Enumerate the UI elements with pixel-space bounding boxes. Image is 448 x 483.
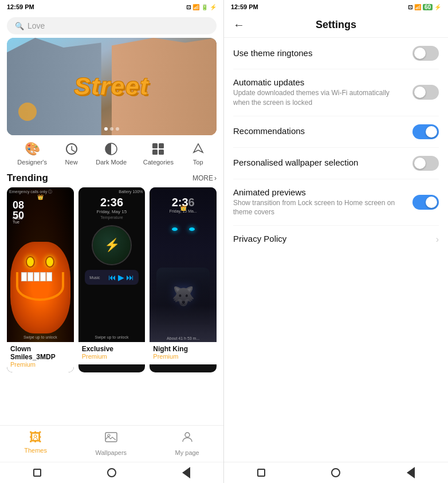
nav-label-top: Top (193, 159, 203, 166)
setting-desc-4: Show transition from Lock screen to Home… (233, 198, 406, 218)
nav-wallpapers-label: Wallpapers (95, 449, 127, 456)
nav-mypage[interactable]: My page (175, 430, 199, 456)
nightking-card-image: 👑 2:36 Friday, 15 Ma... 🐺 About 41 h 53 … (150, 187, 217, 342)
exclusive-theme-badge: Premium (82, 353, 142, 360)
exclusive-theme-name: Exclusive (82, 345, 142, 353)
toggle-theme-ringtones[interactable] (412, 46, 439, 61)
theme-card-nightking[interactable]: 👑 2:36 Friday, 15 Ma... 🐺 About 41 h 53 … (150, 187, 217, 372)
settings-item-animated-previews: Animated previews Show transition from L… (233, 179, 439, 226)
time-left: 12:59 PM (7, 3, 34, 10)
settings-item-automatic-updates: Automatic updates Update downloaded them… (233, 69, 439, 116)
trending-header: Trending MORE › (0, 168, 223, 187)
svg-point-6 (108, 434, 110, 437)
svg-rect-1 (152, 143, 158, 148)
setting-title-3: Personalised wallpaper selection (233, 158, 406, 167)
settings-item-privacy-policy[interactable]: Privacy Policy › (233, 226, 439, 250)
toggle-automatic-updates[interactable] (412, 85, 439, 100)
darkmode-icon (103, 141, 119, 157)
categories-icon (150, 141, 166, 157)
settings-item-personalised-wallpaper: Personalised wallpaper selection (233, 148, 439, 179)
nav-themes[interactable]: 🖼 Themes (24, 430, 47, 456)
setting-title-2: Recommendations (233, 126, 406, 136)
nav-label-categories: Categories (143, 159, 174, 166)
top-icon (190, 141, 206, 157)
nightking-theme-badge: Premium (153, 353, 213, 360)
setting-title-5: Privacy Policy (233, 234, 429, 244)
svg-rect-5 (105, 433, 117, 442)
nav-item-top[interactable]: Top (190, 141, 206, 166)
setting-title-1: Automatic updates (233, 77, 406, 87)
setting-title-4: Animated previews (233, 187, 406, 197)
nav-wallpapers[interactable]: Wallpapers (95, 430, 127, 456)
nav-label-darkmode: Dark Mode (96, 159, 127, 166)
hero-text: Street (74, 73, 149, 100)
back-button-left[interactable] (179, 466, 193, 480)
nightking-theme-name: Night King (153, 345, 213, 353)
search-icon: 🔍 (15, 22, 24, 30)
bottom-nav: 🖼 Themes Wallpapers My page (0, 425, 223, 462)
settings-title: Settings (254, 19, 418, 31)
nav-item-new[interactable]: New (64, 141, 80, 166)
svg-rect-3 (152, 150, 158, 155)
back-button-right[interactable] (404, 466, 418, 480)
clown-theme-name: Clown Smiles_3MDP (10, 345, 70, 361)
designers-icon: 🎨 (24, 141, 40, 157)
time-right: 12:59 PM (231, 3, 258, 10)
settings-item-theme-ringtones: Use theme ringtones (233, 38, 439, 69)
chevron-right-icon: › (436, 234, 439, 245)
clown-theme-badge: Premium (10, 361, 70, 368)
category-nav: 🎨 Designer's New Dark Mode Categories (0, 135, 223, 168)
themes-icon: 🖼 (29, 430, 42, 445)
nav-themes-label: Themes (24, 447, 47, 454)
status-icons-right: ⊡ 📶 60 ⚡ (408, 4, 441, 10)
nav-mypage-label: My page (175, 449, 199, 456)
status-icons-left: ⊡ 📶 🔋 ⚡ (186, 4, 217, 10)
hero-banner[interactable]: Street (7, 38, 217, 135)
status-bar-right: 12:59 PM ⊡ 📶 60 ⚡ (224, 0, 448, 14)
square-button-left[interactable] (30, 466, 44, 480)
theme-card-exclusive[interactable]: Battery 100% 2:36 Friday, May 15 Tempera… (78, 187, 146, 372)
status-bar-left: 12:59 PM ⊡ 📶 🔋 ⚡ (0, 0, 223, 14)
hero-circle (18, 103, 37, 121)
system-bar-right (224, 462, 448, 483)
theme-card-clown[interactable]: Emergency calls only ⓘ 👑 0850 05/26Tue (7, 187, 74, 372)
search-bar[interactable]: 🔍 Love (7, 17, 217, 34)
system-bar-left (0, 462, 223, 483)
right-panel: 12:59 PM ⊡ 📶 60 ⚡ ← Settings Use theme r… (224, 0, 448, 483)
exclusive-card-image: Battery 100% 2:36 Friday, May 15 Tempera… (78, 187, 146, 342)
new-icon (64, 141, 80, 157)
more-link[interactable]: MORE › (192, 174, 217, 182)
nav-item-darkmode[interactable]: Dark Mode (96, 141, 127, 166)
trending-grid: Emergency calls only ⓘ 👑 0850 05/26Tue (0, 187, 223, 372)
left-panel: 12:59 PM ⊡ 📶 🔋 ⚡ 🔍 Love Street 🎨 Designe… (0, 0, 224, 483)
nav-label-new: New (65, 159, 78, 166)
home-button-right[interactable] (329, 466, 343, 480)
home-button-left[interactable] (105, 466, 119, 480)
svg-rect-4 (159, 150, 164, 155)
search-placeholder: Love (27, 21, 45, 30)
toggle-animated-previews[interactable] (412, 195, 439, 210)
settings-header: ← Settings (224, 14, 448, 38)
back-button[interactable]: ← (233, 18, 245, 32)
toggle-recommendations[interactable] (412, 124, 439, 139)
setting-title-0: Use theme ringtones (233, 48, 406, 58)
nav-item-designers[interactable]: 🎨 Designer's (17, 141, 47, 166)
hero-dots (104, 127, 119, 131)
right-bottom-bar (224, 462, 448, 483)
square-button-right[interactable] (254, 466, 268, 480)
toggle-personalised-wallpaper[interactable] (412, 156, 439, 171)
mypage-icon (180, 430, 194, 447)
nav-item-categories[interactable]: Categories (143, 141, 174, 166)
settings-list: Use theme ringtones Automatic updates Up… (224, 38, 448, 250)
nav-label-designers: Designer's (17, 159, 47, 166)
setting-desc-1: Update downloaded themes via Wi-Fi autom… (233, 88, 406, 108)
settings-item-recommendations: Recommendations (233, 116, 439, 148)
svg-point-7 (185, 433, 190, 437)
wallpapers-icon (104, 430, 118, 447)
svg-rect-2 (159, 143, 164, 148)
clown-card-image: Emergency calls only ⓘ 👑 0850 05/26Tue (7, 187, 74, 342)
trending-title: Trending (7, 172, 48, 184)
